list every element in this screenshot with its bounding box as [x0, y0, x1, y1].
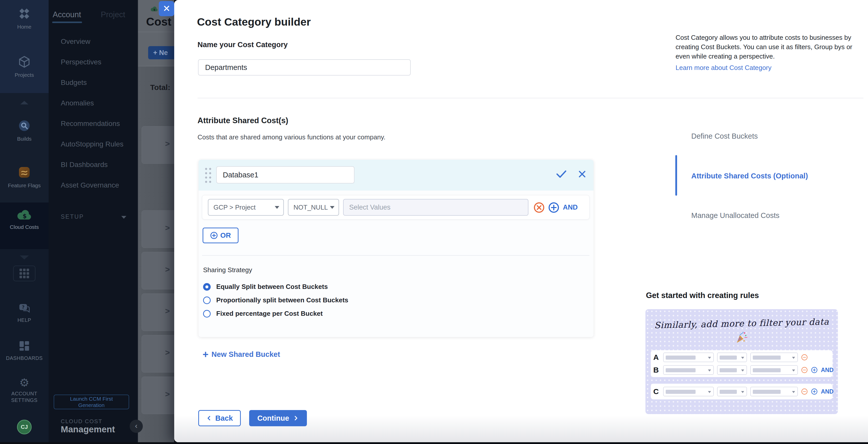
chevron-up-icon [20, 101, 28, 105]
remove-bucket-button[interactable] [578, 170, 586, 179]
drag-handle-icon[interactable] [204, 167, 212, 183]
sidebar-item-recommendations[interactable]: Recommendations [61, 120, 120, 128]
dimension-select [663, 365, 714, 375]
sidebar-item-cloud-costs[interactable]: $ Cloud Costs [0, 209, 49, 230]
builds-icon [17, 129, 31, 134]
example-rules-panel: A B AND [651, 350, 833, 377]
or-label: OR [220, 231, 231, 239]
table-row[interactable]: > [142, 293, 174, 331]
chevron-right-icon: > [165, 306, 170, 316]
party-popper-icon [735, 331, 748, 345]
home-icon [17, 17, 31, 22]
sidebar-item-autostopping-rules[interactable]: AutoStopping Rules [61, 140, 124, 148]
page-bottom-edge [0, 442, 868, 444]
stepper-attribute-shared-costs[interactable]: Attribute Shared Costs (Optional) [691, 172, 808, 180]
circle-minus-icon [801, 367, 808, 373]
tab-project[interactable]: Project [101, 10, 125, 19]
rail-scroll-down[interactable] [0, 256, 49, 260]
table-row[interactable]: > [142, 377, 174, 414]
sidebar-item-label: ACCOUNT SETTINGS [4, 390, 44, 404]
feature-flags-icon [17, 176, 31, 180]
learn-more-link[interactable]: Learn more about Cost Category [676, 63, 772, 72]
add-and-condition-button[interactable] [548, 202, 559, 214]
values-select [750, 353, 798, 362]
values-select [750, 365, 798, 375]
remove-condition-button[interactable] [533, 202, 545, 214]
sidebar-item-label: Builds [0, 136, 49, 142]
get-started-title: Get started with creating rules [646, 291, 759, 300]
sidebar-item-label: Projects [0, 72, 49, 78]
sidebar-item-dashboards[interactable]: DASHBOARDS [0, 339, 49, 361]
stepper-manage-unallocated-costs[interactable]: Manage Unallocated Costs [691, 211, 779, 220]
confirm-bucket-button[interactable] [556, 170, 567, 179]
close-icon [163, 5, 170, 13]
new-shared-bucket-button[interactable]: + New Shared Bucket [203, 349, 280, 359]
sidebar-item-help[interactable]: ? HELP [0, 302, 49, 323]
tab-account[interactable]: Account [53, 10, 81, 19]
operator-select [717, 387, 747, 396]
and-label[interactable]: AND [563, 204, 578, 211]
grid-icon [20, 269, 29, 278]
shared-costs-heading: Attribute Shared Cost(s) [197, 116, 288, 125]
new-cost-category-button[interactable]: + Ne [148, 46, 174, 59]
sharing-strategy-label: Sharing Strategy [203, 266, 252, 274]
sidebar-item-projects[interactable]: Projects [0, 55, 49, 78]
table-row[interactable]: > [142, 210, 174, 248]
help-icon: ? [18, 311, 31, 315]
chevron-right-icon: > [165, 389, 170, 399]
circle-minus-icon [801, 388, 808, 395]
dimension-select-value: GCP > Project [213, 204, 255, 211]
dimension-select [663, 387, 714, 396]
drawer-close-button[interactable] [159, 1, 174, 16]
shared-bucket-card: GCP > Project NOT_NULL AND OR [198, 160, 593, 337]
table-row[interactable]: > [142, 126, 174, 164]
radio-fixed-percentage[interactable]: Fixed percentage per Cost Bucket [203, 310, 322, 318]
get-started-illustration: Similarly, add more to filter your data … [645, 309, 838, 414]
back-button[interactable]: Back [198, 410, 241, 426]
stepper-define-cost-buckets[interactable]: Define Cost Buckets [691, 132, 758, 140]
sidebar-item-budgets[interactable]: Budgets [61, 79, 87, 87]
sidebar-item-asset-governance[interactable]: Asset Governance [61, 181, 119, 189]
table-row[interactable]: > [142, 252, 174, 289]
about-text: Cost Category allows you to attribute co… [676, 34, 852, 60]
sidebar-collapse-button[interactable]: ‹ [130, 420, 143, 433]
add-or-condition-button[interactable]: OR [203, 228, 239, 243]
rail-scroll-up[interactable] [0, 101, 49, 105]
user-avatar[interactable]: CJ [0, 420, 49, 434]
projects-icon [17, 65, 31, 70]
sidebar-item-label: Feature Flags [0, 182, 49, 188]
sidebar-item-anomalies[interactable]: Anomalies [61, 99, 94, 107]
header-divider [138, 32, 174, 32]
continue-button[interactable]: Continue [249, 410, 307, 426]
radio-equally-split[interactable]: Equally Split between Cost Buckets [203, 283, 328, 291]
background-page: $ Cost + Ne Total: > > > > > > [138, 0, 174, 442]
bucket-name-input[interactable] [216, 166, 354, 183]
radio-proportionally-split[interactable]: Proportionally split between Cost Bucket… [203, 296, 348, 304]
page-title: Cost [146, 15, 172, 28]
module-picker-button[interactable] [13, 266, 35, 281]
chevron-down-icon [121, 216, 126, 219]
circle-x-icon [533, 202, 545, 213]
sidebar-item-home[interactable]: Home [0, 7, 49, 30]
sidebar-item-bi-dashboards[interactable]: BI Dashboards [61, 161, 107, 169]
dimension-select[interactable]: GCP > Project [208, 199, 284, 216]
stepper-active-bar [675, 155, 677, 196]
operator-select[interactable]: NOT_NULL [288, 199, 339, 216]
sidebar-item-account-settings[interactable]: ⚙ ACCOUNT SETTINGS [0, 377, 49, 404]
sidebar-item-feature-flags[interactable]: Feature Flags [0, 165, 49, 188]
left-rail: Home Projects Builds [0, 0, 49, 442]
cost-category-name-input[interactable] [198, 59, 411, 76]
sidebar-item-label: Home [0, 24, 49, 30]
sidebar-item-overview[interactable]: Overview [61, 37, 90, 46]
cost-category-builder-drawer: Cost Category builder Name your Cost Cat… [174, 0, 868, 442]
bucket-card-header [198, 160, 593, 190]
card-divider [202, 255, 589, 256]
sidebar-section-setup[interactable]: SETUP [61, 213, 84, 220]
tab-account-underline [52, 22, 82, 23]
sidebar-item-builds[interactable]: Builds [0, 119, 49, 142]
table-row[interactable]: > [142, 335, 174, 373]
sidebar-item-perspectives[interactable]: Perspectives [61, 58, 101, 66]
plus-icon: + [203, 349, 208, 359]
launch-ccm-first-generation-button[interactable]: Launch CCM First Generation [54, 394, 129, 409]
values-input[interactable] [343, 199, 528, 216]
